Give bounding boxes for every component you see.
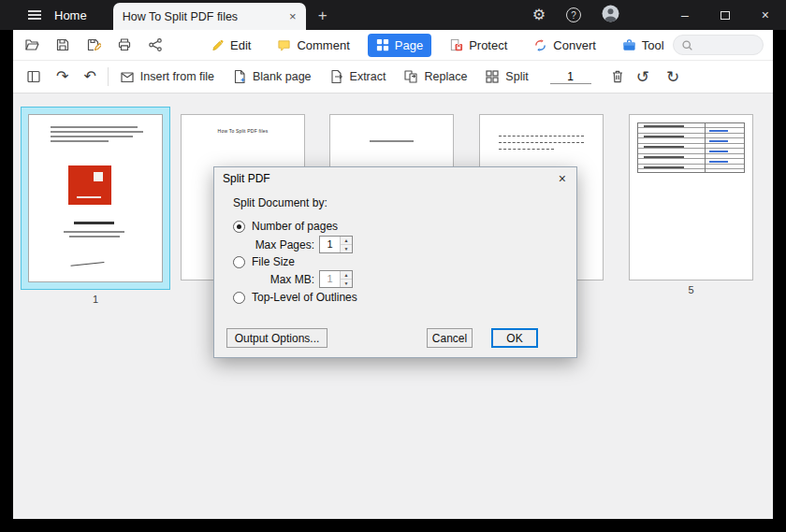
search-input[interactable] [699,38,755,51]
tab-edit[interactable]: Edit [202,34,259,57]
titlebar-right-group: ⚙ ? – × [532,5,786,26]
table-cell-line [709,151,728,152]
page-thumbnail-5: 5 [629,114,753,295]
share-icon[interactable] [148,37,163,52]
thumbnail-5-table [637,122,745,173]
tab-convert[interactable]: Convert [525,34,604,57]
page-view-icon[interactable] [26,69,41,84]
tab-page-label: Page [395,38,423,52]
split-page-count-input[interactable] [550,70,591,84]
tab-protect-label: Protect [469,38,507,52]
replace-button[interactable]: Replace [403,69,467,84]
page-toolbar: ↷ ↶ Insert from file Blank page [13,61,773,93]
search-box[interactable] [673,35,764,55]
text-line [370,140,414,142]
hamburger-menu-icon[interactable] [28,10,41,20]
radio-icon-number-of-pages [233,221,245,233]
titlebar: Home How To Split PDF files × + ⚙ ? – × [0,0,786,30]
document-tab[interactable]: How To Split PDF files × [113,3,306,30]
spinner-down-icon[interactable]: ▼ [341,280,352,287]
settings-gear-icon[interactable]: ⚙ [532,7,546,22]
tab-tool-label: Tool [642,38,664,52]
page-thumbnail-area: 1 How To Split PDF files [13,93,773,519]
tool-briefcase-icon [622,38,636,52]
radio-label-number-of-pages: Number of pages [252,220,338,233]
print-icon[interactable] [117,37,132,52]
extract-label: Extract [350,70,386,83]
table-cell-line [709,161,728,163]
cancel-button[interactable]: Cancel [427,328,473,348]
blank-page-button[interactable]: Blank page [232,69,312,84]
save-as-icon[interactable] [86,37,101,52]
minimize-button[interactable]: – [681,8,689,22]
thumbnail-1-page [28,114,163,282]
tab-protect[interactable]: Protect [441,34,516,57]
ok-button[interactable]: OK [491,328,538,348]
tab-comment[interactable]: Comment [269,34,357,57]
tab-convert-label: Convert [553,38,596,52]
table-cell-line [709,140,728,142]
replace-icon [403,69,418,84]
new-tab-button[interactable]: + [318,7,328,23]
tab-edit-label: Edit [230,38,251,52]
table-cell-line [644,146,684,148]
protect-lock-icon [449,38,463,52]
thumbnail-2-title-text: How To Split PDF files [182,128,304,134]
dialog-close-icon[interactable]: × [557,172,568,185]
radio-file-size[interactable]: File Size [233,255,295,268]
rotate-group: ↺ ↻ [636,69,680,85]
spinner-up-icon[interactable]: ▲ [341,237,352,245]
max-mb-spinner[interactable]: 1 ▲ ▼ [319,270,353,288]
text-line [51,136,133,137]
dialog-titlebar[interactable]: Split PDF × [214,167,576,190]
open-file-icon[interactable] [24,37,39,52]
image-detail [94,172,103,181]
redo-icon[interactable]: ↷ [56,69,68,84]
thumbnail-5-box[interactable] [629,114,753,280]
text-line [499,142,585,143]
blank-page-icon [232,69,247,84]
text-line [499,136,585,137]
spinner-up-icon[interactable]: ▲ [341,271,352,280]
tab-page[interactable]: Page [368,34,431,57]
home-button[interactable]: Home [54,8,87,22]
thumbnail-1-box[interactable] [21,107,170,290]
text-line [51,126,138,128]
output-options-button[interactable]: Output Options... [226,328,328,348]
main-toolbar: Edit Comment Page [13,30,773,61]
user-avatar[interactable] [602,5,619,26]
signature-scribble [70,253,105,266]
radio-label-file-size: File Size [252,255,295,268]
split-button[interactable]: Split [485,69,528,84]
undo-icon[interactable]: ↶ [83,69,95,84]
extract-button[interactable]: Extract [329,69,386,84]
insert-from-file-button[interactable]: Insert from file [120,69,214,84]
toolbar-divider [108,67,109,86]
max-pages-spinner-arrows[interactable]: ▲ ▼ [340,237,352,252]
tab-close-icon[interactable]: × [289,10,297,22]
text-line [51,140,109,142]
maximize-button[interactable] [720,8,730,22]
close-button[interactable]: × [762,8,769,22]
text-line [69,236,120,237]
tab-comment-label: Comment [297,38,349,52]
rotate-left-icon[interactable]: ↺ [636,69,649,85]
tab-tool[interactable]: Tool [614,34,673,57]
max-mb-spinner-arrows[interactable]: ▲ ▼ [340,271,352,287]
radio-top-level-outlines[interactable]: Top-Level of Outlines [233,291,357,304]
rotate-right-icon[interactable]: ↻ [666,69,679,85]
radio-number-of-pages[interactable]: Number of pages [233,220,338,233]
table-cell-line [644,156,684,158]
text-line [499,149,554,150]
spinner-down-icon[interactable]: ▼ [341,245,352,252]
convert-arrows-icon [533,38,547,52]
text-line [51,131,143,133]
split-document-by-label: Split Document by: [233,196,328,209]
table-cell-line [644,166,684,168]
save-icon[interactable] [55,37,70,52]
max-pages-spinner[interactable]: 1 ▲ ▼ [319,236,353,253]
table-cell-line [709,130,728,132]
help-icon[interactable]: ? [566,7,581,22]
edit-pencil-icon [211,38,225,52]
delete-page-icon[interactable] [610,69,625,84]
